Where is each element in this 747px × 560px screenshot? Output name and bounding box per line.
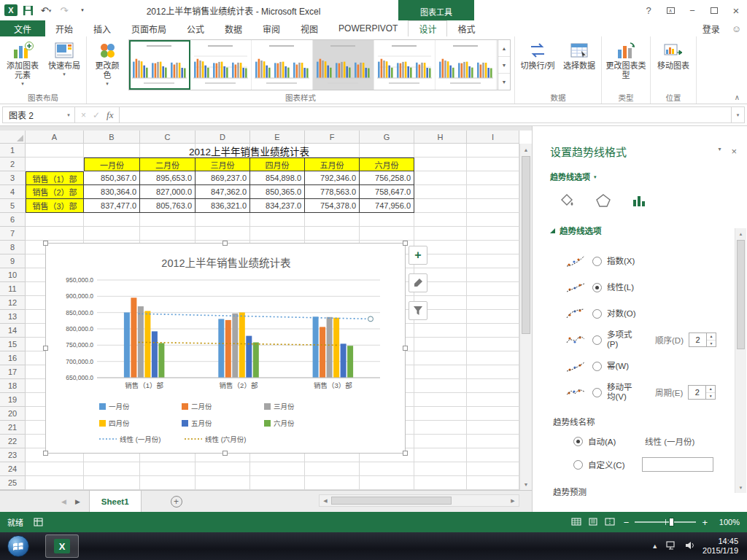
horizontal-scrollbar[interactable]: ◀ ▶ [319, 494, 519, 507]
row-header-11[interactable]: 11 [0, 282, 26, 296]
cell-G4[interactable]: 758,647.0 [360, 185, 414, 199]
cell-F1[interactable] [305, 144, 360, 158]
taskbar-excel-button[interactable]: X [45, 534, 79, 558]
chart-resize-handle[interactable] [43, 451, 48, 456]
cell-I6[interactable] [467, 213, 519, 227]
trend-option-radio-4[interactable] [592, 362, 602, 371]
zoom-slider-thumb[interactable] [669, 518, 674, 526]
fill-line-tab-icon[interactable] [559, 193, 575, 209]
trend-option-2[interactable]: 对数(O) [533, 300, 747, 327]
scroll-up-icon[interactable]: ▲ [520, 144, 532, 155]
cell-I11[interactable] [467, 282, 519, 296]
cell-C5[interactable]: 805,763.0 [140, 199, 196, 213]
row-header-13[interactable]: 13 [0, 310, 26, 324]
column-header-C[interactable]: C [140, 131, 196, 144]
cell-C25[interactable] [140, 476, 196, 490]
column-header-D[interactable]: D [196, 131, 250, 144]
cell-H25[interactable] [414, 476, 467, 490]
pane-close-icon[interactable]: × [731, 146, 737, 157]
cell-H20[interactable] [414, 407, 467, 421]
cell-D6[interactable] [196, 213, 250, 227]
cell-E6[interactable] [250, 213, 305, 227]
cell-I9[interactable] [467, 254, 519, 268]
cell-E3[interactable]: 854,898.0 [250, 171, 305, 185]
redo-icon[interactable]: ↷ [56, 3, 72, 18]
cell-I1[interactable] [467, 144, 519, 158]
row-header-7[interactable]: 7 [0, 227, 26, 241]
chart-elements-plus-button[interactable]: + [409, 246, 427, 265]
row-header-8[interactable]: 8 [0, 241, 26, 254]
spinner-value-3[interactable]: 2 [689, 333, 706, 346]
row-header-25[interactable]: 25 [0, 476, 26, 490]
cell-I25[interactable] [467, 476, 519, 490]
sheet-tab-sheet1[interactable]: Sheet1 [89, 491, 142, 512]
cell-A2[interactable] [26, 158, 84, 171]
cell-G25[interactable] [360, 476, 414, 490]
cell-C3[interactable]: 895,653.0 [140, 171, 196, 185]
cell-I12[interactable] [467, 296, 519, 310]
cell-H15[interactable] [414, 338, 467, 351]
name-box-caret-icon[interactable]: ▾ [63, 112, 74, 118]
cell-I21[interactable] [467, 421, 519, 435]
cell-F6[interactable] [305, 213, 360, 227]
custom-name-input[interactable] [642, 457, 713, 472]
cell-G3[interactable]: 756,258.0 [360, 171, 414, 185]
file-tab[interactable]: 文件 [0, 20, 45, 36]
ribbon-tab-插入[interactable]: 插入 [83, 20, 121, 36]
chart-style-6[interactable] [436, 40, 497, 90]
chart-resize-handle[interactable] [222, 241, 228, 246]
network-icon[interactable] [665, 540, 677, 553]
cell-I24[interactable] [467, 462, 519, 476]
switch-row-column-button[interactable]: 切换行/列 [516, 37, 559, 91]
name-box[interactable]: 图表 2 ▾ [2, 106, 75, 123]
column-header-G[interactable]: G [360, 131, 414, 144]
cell-D2[interactable]: 三月份 [196, 158, 250, 171]
spinner-value-5[interactable]: 2 [689, 386, 705, 399]
cell-I19[interactable] [467, 393, 519, 407]
trend-option-3[interactable]: 多项式(P)顺序(D)2▲▼ [533, 327, 747, 353]
ribbon-tab-开始[interactable]: 开始 [45, 20, 83, 36]
cell-E5[interactable]: 834,237.0 [250, 199, 305, 213]
cell-D24[interactable] [196, 462, 250, 476]
cell-C7[interactable] [140, 227, 196, 241]
chart-resize-handle[interactable] [43, 241, 48, 246]
cell-I5[interactable] [467, 199, 519, 213]
cell-H21[interactable] [414, 421, 467, 435]
change-chart-type-button[interactable]: 更改图表类型 [603, 37, 649, 91]
cell-F24[interactable] [305, 462, 360, 476]
cell-H2[interactable] [414, 158, 467, 171]
vertical-scrollbar[interactable]: ▲ ▼ [519, 144, 532, 490]
volume-icon[interactable] [684, 540, 695, 553]
cell-H5[interactable] [414, 199, 467, 213]
add-chart-element-button[interactable]: 添加图表元素 ▾ [1, 37, 44, 91]
insert-function-icon[interactable]: fx [107, 109, 113, 121]
trend-option-1[interactable]: 线性(L) [533, 274, 747, 300]
quick-layout-button[interactable]: 快速布局 ▾ [44, 37, 85, 91]
cell-I22[interactable] [467, 435, 519, 448]
cell-B5[interactable]: 837,477.0 [84, 199, 140, 213]
ribbon-tab-审阅[interactable]: 审阅 [252, 20, 290, 36]
chart-style-4[interactable] [313, 40, 374, 90]
tray-expand-icon[interactable]: ▲ [651, 542, 658, 550]
cell-F3[interactable]: 792,346.0 [305, 171, 360, 185]
trendline-options-dropdown[interactable]: 趋势线选项▾ [550, 171, 729, 182]
ribbon-tab-公式[interactable]: 公式 [177, 20, 214, 36]
cell-A5[interactable]: 销售（3）部 [26, 199, 84, 213]
cell-I15[interactable] [467, 338, 519, 351]
cell-H17[interactable] [414, 365, 467, 379]
cell-H18[interactable] [414, 379, 467, 393]
cell-B24[interactable] [84, 462, 140, 476]
chart-resize-handle[interactable] [403, 346, 408, 351]
change-colors-button[interactable]: 更改颜色 ▾ [88, 37, 126, 91]
cell-H1[interactable] [414, 144, 467, 158]
trend-option-4[interactable]: 幂(W) [533, 353, 747, 379]
trendline-options-section-header[interactable]: 趋势线选项 [550, 225, 729, 236]
qat-customize-icon[interactable]: ▾ [74, 3, 90, 18]
embedded-chart[interactable]: 2012上半年销售业绩统计表950,000.0900,000.0850,000.… [45, 243, 406, 454]
cell-I20[interactable] [467, 407, 519, 421]
row-header-12[interactable]: 12 [0, 296, 26, 310]
cell-A6[interactable] [26, 213, 84, 227]
cell-H22[interactable] [414, 435, 467, 448]
cell-D1[interactable] [196, 144, 250, 158]
row-header-2[interactable]: 2 [0, 158, 26, 171]
